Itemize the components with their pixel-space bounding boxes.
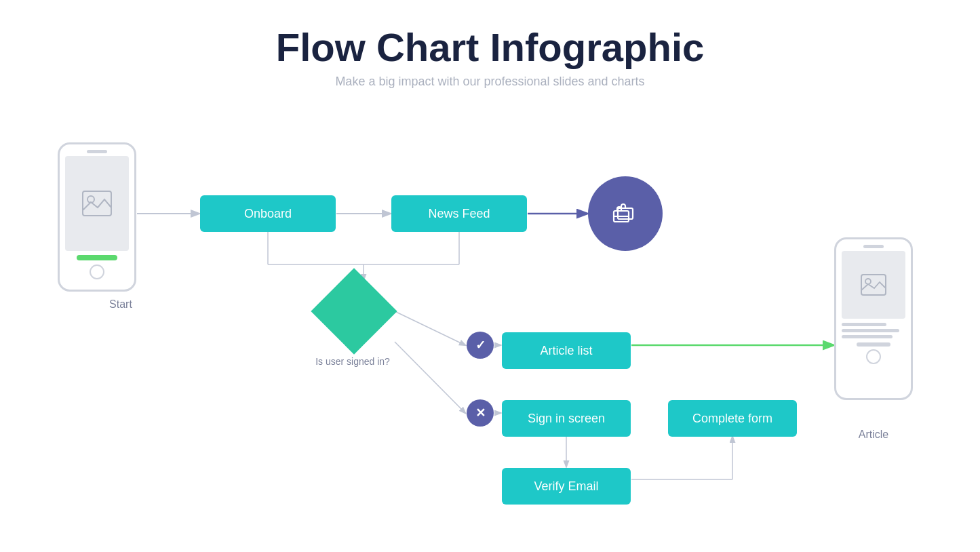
svg-point-21 (865, 279, 871, 284)
newsfeed-box: News Feed (391, 195, 527, 232)
briefcase-icon (608, 199, 642, 229)
decision-diamond (311, 268, 397, 354)
svg-line-7 (395, 311, 465, 345)
phone-line-1 (842, 323, 886, 326)
briefcase-circle (588, 176, 663, 251)
phone-right-home (866, 349, 881, 364)
svg-rect-17 (618, 208, 633, 219)
phone-article (834, 237, 913, 400)
complete-form-box: Complete form (668, 400, 797, 437)
phone-right-image-icon (861, 274, 886, 296)
verify-email-label: Verify Email (534, 479, 598, 494)
article-label: Article (834, 429, 913, 441)
x-icon: ✕ (475, 406, 486, 420)
article-list-label: Article list (540, 344, 592, 358)
complete-form-label: Complete form (692, 412, 772, 426)
check-circle: ✓ (467, 332, 494, 359)
flow-diagram: Start Onboard News Feed Is user signed i… (0, 115, 980, 549)
phone-line-2 (842, 329, 899, 332)
page-title: Flow Chart Infographic (0, 26, 980, 69)
phone-screen-start (65, 156, 129, 251)
page-subtitle: Make a big impact with our professional … (0, 75, 980, 89)
phone-right-screen (842, 251, 905, 319)
start-label: Start (81, 298, 160, 311)
diamond-label: Is user signed in? (298, 356, 407, 367)
phone-speaker (87, 150, 107, 153)
signin-box: Sign in screen (502, 400, 631, 437)
phone-home-button (90, 264, 104, 279)
phone-right-lines (842, 323, 905, 338)
signin-label: Sign in screen (528, 412, 605, 426)
phone-right-bar (857, 342, 890, 347)
arrows-layer (0, 115, 980, 549)
image-placeholder-icon (81, 190, 113, 217)
svg-line-8 (395, 342, 465, 413)
phone-green-bar (77, 255, 117, 260)
check-icon: ✓ (475, 338, 486, 353)
onboard-box: Onboard (200, 195, 336, 232)
onboard-label: Onboard (244, 207, 292, 221)
phone-right-speaker (863, 245, 884, 248)
verify-email-box: Verify Email (502, 468, 631, 505)
phone-line-3 (842, 335, 893, 338)
newsfeed-label: News Feed (428, 207, 490, 221)
x-circle: ✕ (467, 399, 494, 427)
phone-start (58, 142, 136, 292)
article-list-box: Article list (502, 332, 631, 369)
